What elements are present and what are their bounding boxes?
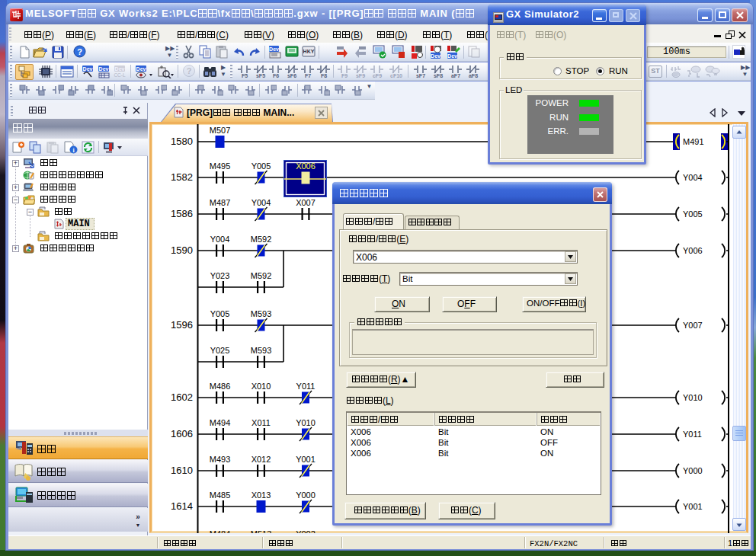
svg-text:?: ? [77, 47, 82, 56]
svg-text:CC-L: CC-L [114, 72, 126, 78]
svg-text:Dev: Dev [115, 66, 125, 72]
svg-text:HKY: HKY [303, 49, 315, 54]
svg-text:Dev: Dev [136, 66, 146, 72]
svg-text:Dev: Dev [269, 46, 279, 52]
svg-text:Dev: Dev [99, 66, 109, 72]
svg-text:?: ? [187, 66, 192, 75]
svg-text:Dev: Dev [447, 53, 457, 59]
svg-text:Dev: Dev [83, 66, 93, 72]
svg-text:Dev: Dev [431, 53, 440, 59]
